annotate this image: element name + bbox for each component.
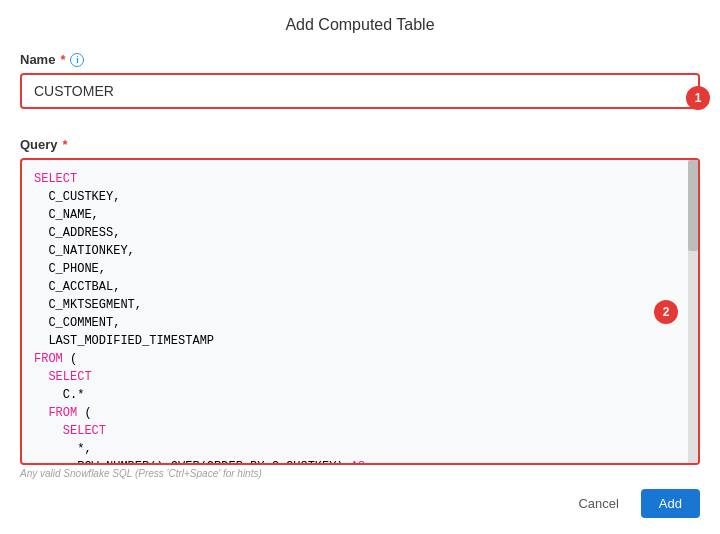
query-required-star: *	[63, 137, 68, 152]
step-badge-2: 2	[654, 300, 678, 324]
query-scrollbar-thumb[interactable]	[688, 160, 698, 251]
query-hint: Any valid Snowflake SQL (Press 'Ctrl+Spa…	[20, 468, 700, 479]
step-badge-1: 1	[686, 86, 710, 110]
footer: Cancel Add	[20, 479, 700, 518]
query-display: SELECT C_CUSTKEY, C_NAME, C_ADDRESS, C_N…	[22, 160, 688, 463]
page-title: Add Computed Table	[20, 16, 700, 34]
query-scrollbar[interactable]	[688, 160, 698, 463]
add-button[interactable]: Add	[641, 489, 700, 518]
query-label: Query *	[20, 137, 700, 152]
page-container: Add Computed Table Name * i 1 Query * SE…	[0, 0, 720, 534]
info-icon[interactable]: i	[70, 53, 84, 67]
name-input-wrapper: 1	[20, 73, 700, 123]
name-input[interactable]	[20, 73, 700, 109]
query-editor-wrapper: SELECT C_CUSTKEY, C_NAME, C_ADDRESS, C_N…	[20, 158, 700, 465]
required-star: *	[60, 52, 65, 67]
cancel-button[interactable]: Cancel	[566, 490, 630, 517]
name-label: Name * i	[20, 52, 700, 67]
query-section: Query * SELECT C_CUSTKEY, C_NAME, C_ADDR…	[20, 137, 700, 479]
